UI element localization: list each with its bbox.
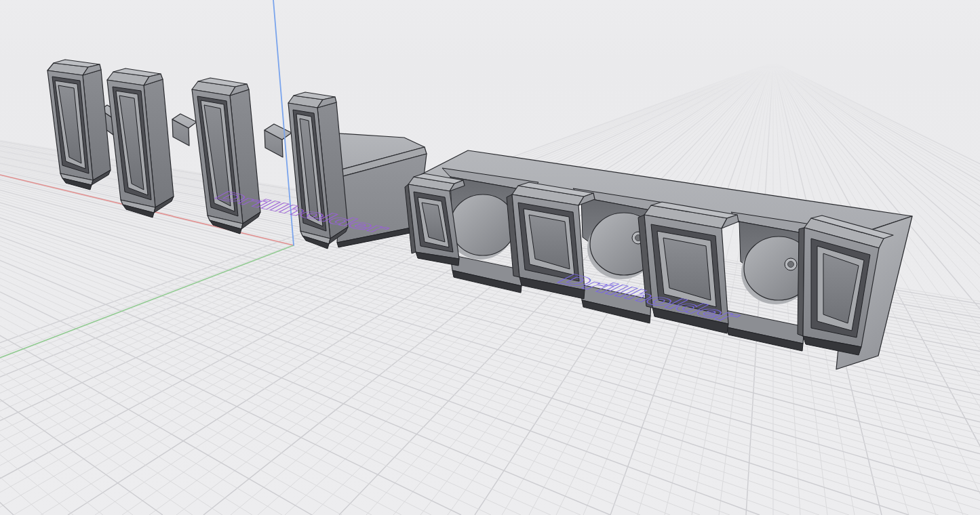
prong-1: [47, 60, 111, 190]
scene-svg: Drillholder Drillholder: [0, 0, 980, 515]
cylinder-3-hole: [788, 262, 794, 268]
prong-2: [107, 68, 174, 218]
cylinder-1: [450, 194, 515, 255]
cad-viewport[interactable]: Drillholder Drillholder: [0, 0, 980, 515]
grid-line: [0, 62, 43, 515]
